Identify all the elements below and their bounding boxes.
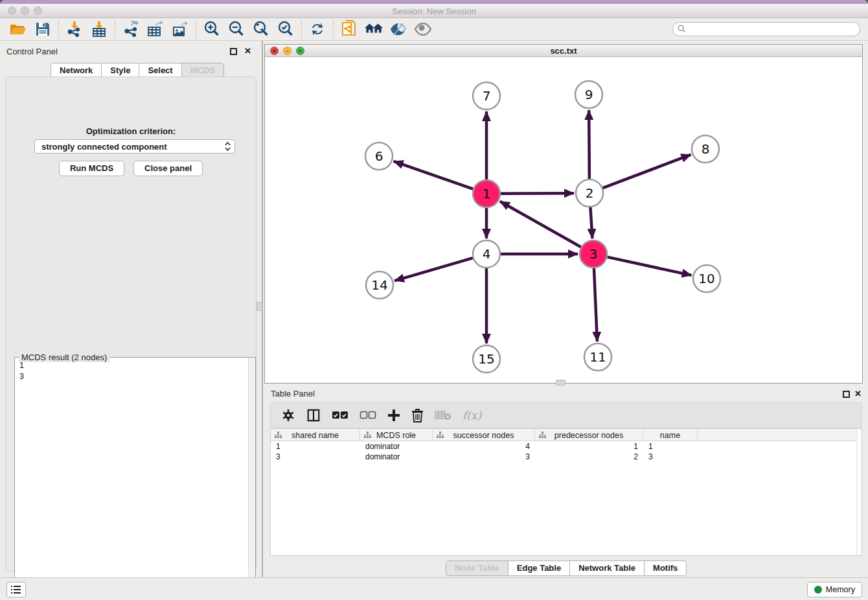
zoom-out-icon [228, 21, 245, 38]
control-panel-close-button[interactable]: ✕ [244, 46, 251, 56]
table-cell[interactable]: dominator [360, 441, 433, 452]
zoom-in-button[interactable] [203, 20, 221, 38]
graph-node-2[interactable]: 2 [576, 179, 603, 207]
criterion-dropdown[interactable]: strongly connected component [34, 139, 235, 154]
open-session-button[interactable] [9, 20, 27, 38]
tab-node-table[interactable]: Node Table [446, 560, 508, 576]
tab-motifs[interactable]: Motifs [645, 560, 687, 576]
svg-text:14: 14 [371, 277, 387, 293]
svg-text:6: 6 [375, 148, 383, 164]
duplicate-network-button[interactable] [340, 20, 358, 38]
zoom-selected-button[interactable] [277, 20, 295, 38]
graph-edge-3-10[interactable] [607, 257, 691, 275]
graph-edge-1-6[interactable] [394, 161, 474, 189]
result-scrollbar[interactable] [248, 358, 255, 600]
graph-edge-3-11[interactable] [594, 268, 597, 341]
import-network-button[interactable] [65, 20, 84, 38]
graph-node-11[interactable]: 11 [584, 343, 611, 371]
column-header-name[interactable]: name [643, 429, 698, 441]
export-network-button[interactable] [122, 20, 140, 38]
show-all-button[interactable] [414, 20, 432, 38]
unselect-all-columns-button[interactable] [360, 411, 376, 420]
graph-edge-3-1[interactable] [500, 202, 581, 247]
table-panel-float-button[interactable] [843, 391, 850, 398]
graph-node-8[interactable]: 8 [692, 135, 719, 163]
import-table-button[interactable] [90, 20, 108, 38]
column-header-successor-nodes[interactable]: successor nodes [433, 429, 535, 441]
table-cell[interactable]: 1 [643, 441, 698, 452]
control-panel-title: Control Panel [6, 47, 58, 56]
task-history-button[interactable] [6, 582, 26, 597]
svg-text:2: 2 [586, 185, 594, 201]
control-panel-float-button[interactable] [230, 48, 237, 55]
save-session-button[interactable] [34, 20, 52, 38]
mcds-result-list[interactable]: 13 [15, 360, 247, 600]
hide-selection-button[interactable] [389, 20, 407, 38]
create-column-button[interactable] [387, 409, 400, 422]
node-table: shared nameMCDS rolesuccessor nodesprede… [270, 428, 862, 556]
column-header-predecessor-nodes[interactable]: predecessor nodes [535, 429, 643, 441]
table-cell[interactable]: 4 [433, 441, 535, 452]
table-divider-handle[interactable] [556, 380, 565, 386]
memory-button[interactable]: Memory [807, 582, 862, 597]
table-cell[interactable]: 1 [535, 441, 643, 452]
graph-edge-4-14[interactable] [394, 258, 473, 281]
zoom-fit-button[interactable] [252, 20, 270, 38]
column-header-shared-name[interactable]: shared name [271, 429, 360, 441]
graph-node-10[interactable]: 10 [693, 265, 720, 292]
search-input[interactable] [672, 22, 860, 36]
export-table-button[interactable] [146, 20, 165, 38]
graph-node-15[interactable]: 15 [473, 345, 500, 373]
gear-icon [281, 408, 295, 422]
network-canvas[interactable]: 7968124314101511 [265, 57, 862, 383]
delete-table-button[interactable] [435, 410, 451, 421]
svg-text:7: 7 [483, 88, 491, 104]
table-cell[interactable]: 1 [271, 441, 360, 452]
svg-text:10: 10 [698, 271, 714, 286]
graph-node-1[interactable]: 1 [473, 180, 500, 207]
graph-edge-2-9[interactable] [589, 110, 589, 179]
table-panel-title: Table Panel [271, 389, 315, 398]
tab-edge-table[interactable]: Edge Table [508, 560, 570, 576]
function-builder-button[interactable]: f(x) [463, 409, 481, 422]
refresh-style-button[interactable] [308, 20, 326, 38]
graph-node-7[interactable]: 7 [473, 82, 500, 110]
graph-edge-1-2[interactable] [501, 193, 574, 194]
zoom-out-button[interactable] [227, 20, 246, 38]
graph-node-6[interactable]: 6 [365, 143, 393, 170]
select-all-columns-button[interactable] [332, 411, 348, 420]
graph-node-9[interactable]: 9 [575, 81, 602, 108]
run-mcds-button[interactable]: Run MCDS [59, 161, 124, 176]
checkboxes-unchecked-icon [360, 411, 376, 420]
close-panel-button[interactable]: Close panel [133, 161, 203, 176]
table-cell[interactable]: 3 [433, 452, 535, 462]
export-image-button[interactable] [171, 20, 189, 38]
table-cell[interactable]: dominator [360, 452, 433, 462]
table-cell[interactable]: 2 [535, 452, 643, 462]
svg-text:3: 3 [589, 246, 598, 262]
panel-divider-handle[interactable] [257, 302, 262, 311]
graph-edge-2-8[interactable] [603, 155, 691, 189]
table-row[interactable]: 3dominator323 [271, 452, 862, 462]
graph-node-4[interactable]: 4 [473, 240, 500, 268]
graph-edge-2-3[interactable] [590, 207, 592, 238]
apply-layout-button[interactable] [365, 20, 383, 38]
table-body: 1dominator4113dominator323 [271, 441, 862, 462]
graph-node-14[interactable]: 14 [366, 271, 393, 299]
table-settings-button[interactable] [281, 408, 295, 422]
show-columns-button[interactable] [306, 408, 321, 422]
search-container [672, 22, 860, 36]
graph-node-3[interactable]: 3 [580, 240, 607, 268]
table-cell[interactable]: 3 [271, 452, 360, 462]
mcds-panel: Optimization criterion: strongly connect… [5, 76, 257, 571]
table-panel-close-button[interactable]: ✕ [854, 389, 862, 398]
table-cell[interactable]: 3 [643, 452, 698, 462]
checkboxes-checked-icon [332, 411, 348, 420]
tab-network-table[interactable]: Network Table [570, 560, 645, 576]
export-network-icon [123, 21, 139, 38]
delete-column-button[interactable] [411, 408, 424, 422]
table-scrollbar[interactable] [856, 429, 862, 555]
application-window: Session: New Session [0, 0, 868, 600]
table-row[interactable]: 1dominator411 [271, 441, 862, 452]
column-header-MCDS-role[interactable]: MCDS role [360, 429, 433, 441]
